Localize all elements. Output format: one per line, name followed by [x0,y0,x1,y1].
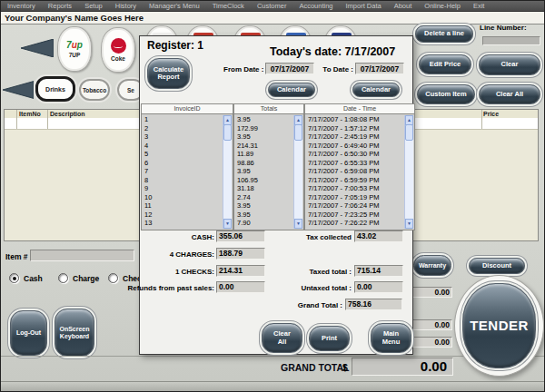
invoice-list-row[interactable]: 6 [143,159,223,168]
totals-list-row[interactable]: 7.90 [235,219,293,228]
dialog-main-menu-button[interactable]: Main Menu [371,323,411,353]
invoice-list-row[interactable]: 9 [143,184,223,193]
datetime-list-row[interactable]: 7/17/2007 - 6:50:30 PM [306,150,404,159]
datetime-list-row[interactable]: 7/17/2007 - 7:23:25 PM [306,211,404,220]
product-button-coke[interactable]: Coke [101,27,135,73]
menu-item-history[interactable]: History [109,2,143,10]
menu-item-exit[interactable]: Exit [467,2,491,10]
cash-value: 355.06 [216,230,265,242]
calendar-to-button[interactable]: Calendar [352,83,400,97]
scroll-down-icon[interactable]: ▼ [405,219,413,229]
menu-item-import-data[interactable]: Import Data [340,2,388,10]
invoice-list-row[interactable]: 1 [143,115,223,124]
menu-item-manager-s-menu[interactable]: Manager's Menu [143,2,206,10]
dialog-print-button[interactable]: Print [309,326,350,351]
scroll-left-tabs-icon[interactable] [3,81,34,99]
register-report-dialog: Register: 1 Today's date: 7/17/2007 Calc… [139,35,413,355]
datetime-list-row[interactable]: 7/17/2007 - 7:00:53 PM [306,184,404,193]
invoice-list-row[interactable]: 5 [143,150,223,159]
menu-item-reports[interactable]: Reports [42,2,78,10]
datetime-list-row[interactable]: 7/17/2007 - 7:06:24 PM [306,201,404,211]
datetime-list-row[interactable]: 7/17/2007 - 6:59:59 PM [306,176,404,185]
invoice-list-row[interactable]: 4 [143,142,223,151]
tab-tobacco[interactable]: Tobacco [79,79,110,101]
totals-list-row[interactable]: 3.95 [235,201,293,211]
datetime-list-row[interactable]: 7/17/2007 - 6:49:40 PM [306,142,404,151]
invoice-list-row[interactable]: 2 [143,124,223,133]
menu-item-online-help[interactable]: Online-Help [418,2,467,10]
totals-list[interactable]: 3.95172.993.95214.3111.8998.863.95106.95… [233,113,304,230]
menu-item-timeclock[interactable]: TimeClock [206,2,251,10]
tender-button[interactable]: TENDER [462,283,536,368]
datetime-list-row[interactable]: 7/17/2007 - 7:05:19 PM [306,193,404,202]
menu-item-inventory[interactable]: Inventory [1,2,42,10]
radio-charge-label: Charge [73,274,99,283]
radio-cash[interactable] [9,273,19,283]
item-number-input[interactable] [30,250,134,261]
logout-button[interactable]: Log-Out [10,310,47,356]
sale-table-empty-row-right[interactable] [412,118,538,130]
calendar-from-button[interactable]: Calendar [268,83,315,97]
invoice-list-row[interactable]: 10 [143,193,223,202]
product-label: Coke [111,55,125,62]
totals-list-row[interactable]: 3.95 [235,167,293,176]
menu-item-setup[interactable]: Setup [78,2,109,10]
dialog-clear-all-button[interactable]: Clear All [262,323,302,353]
line-number-input[interactable] [482,36,540,45]
invoice-scrollbar[interactable]: ▲▼ [223,115,232,229]
menu-item-customer[interactable]: Customer [251,2,293,10]
menu-item-about[interactable]: About [388,2,419,10]
totals-list-row[interactable]: 3.95 [235,211,293,220]
discount-button[interactable]: Discount [469,258,525,274]
sale-table-empty-row[interactable] [5,118,141,130]
radio-check[interactable] [108,273,118,283]
totals-list-row[interactable]: 214.31 [235,142,293,151]
datetime-list[interactable]: 7/17/2007 - 1:08:08 PM7/17/2007 - 1:57:1… [304,113,415,230]
totals-list-row[interactable]: 3.95 [235,132,293,142]
to-date-input[interactable] [355,63,404,74]
totals-list-row[interactable]: 3.95 [235,115,293,124]
datetime-list-row[interactable]: 7/17/2007 - 7:26:22 PM [306,219,404,228]
scroll-left-products-icon[interactable] [21,39,54,57]
datetime-list-row[interactable]: 7/17/2007 - 1:08:08 PM [306,115,404,124]
onscreen-keyboard-button[interactable]: OnScreen Keyboard [54,309,94,357]
window-bottom-edge [1,381,545,392]
custom-item-button[interactable]: Custom Item [417,84,475,104]
datetime-list-row[interactable]: 7/17/2007 - 1:57:12 PM [306,124,404,133]
totals-list-row[interactable]: 11.89 [235,150,293,159]
product-button-7up[interactable]: 7up 7UP [57,26,92,72]
radio-cash-label: Cash [24,274,43,283]
totals-scrollbar[interactable]: ▲▼ [293,115,302,229]
calculate-report-button[interactable]: Calculate Report [147,58,190,89]
scroll-down-icon[interactable]: ▼ [223,219,232,229]
totals-list-row[interactable]: 2.74 [235,193,293,202]
scroll-down-icon[interactable]: ▼ [294,219,302,229]
totals-list-row[interactable]: 106.95 [235,176,293,185]
delete-line-button[interactable]: Delete a line [415,25,473,43]
pos-window: InventoryReportsSetupHistoryManager's Me… [0,0,545,392]
invoice-list[interactable]: 12345678910111213 ▲▼ [141,113,233,230]
invoice-list-row[interactable]: 8 [143,176,223,185]
invoice-list-row[interactable]: 12 [143,211,223,220]
datetime-list-row[interactable]: 7/17/2007 - 6:59:08 PM [306,167,404,176]
totals-list-row[interactable]: 98.86 [235,159,293,168]
menu-item-accounting[interactable]: Accounting [292,2,339,10]
from-date-input[interactable] [265,63,314,74]
taxed-total-label: Taxed total : [276,268,352,276]
radio-charge[interactable] [58,273,68,283]
clear-button[interactable]: Clear [479,54,540,75]
tab-drinks[interactable]: Drinks [35,76,75,102]
datetime-list-row[interactable]: 7/17/2007 - 2:45:19 PM [306,132,404,142]
totals-list-row[interactable]: 172.99 [235,124,293,133]
clear-all-button[interactable]: Clear All [479,84,540,104]
invoice-list-row[interactable]: 7 [143,167,223,176]
datetime-scrollbar[interactable]: ▲▼ [404,115,413,229]
column-description: Description [50,111,85,117]
invoice-list-row[interactable]: 3 [143,132,223,142]
warranty-button[interactable]: Warranty [413,255,451,276]
datetime-list-row[interactable]: 7/17/2007 - 6:55:33 PM [306,159,404,168]
totals-list-row[interactable]: 31.18 [235,184,293,193]
invoice-list-row[interactable]: 13 [143,219,223,228]
invoice-list-row[interactable]: 11 [143,201,223,211]
edit-price-button[interactable]: Edit Price [419,54,471,74]
